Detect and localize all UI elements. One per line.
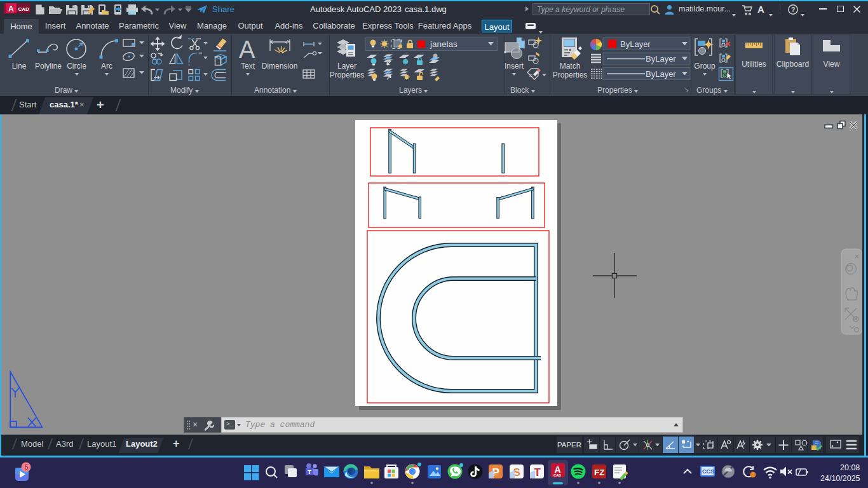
svg-text:T: T xyxy=(308,468,311,475)
svg-text:ByLayer: ByLayer xyxy=(646,54,676,64)
svg-text:ByLayer: ByLayer xyxy=(620,39,651,49)
svg-text:?: ? xyxy=(791,6,795,13)
svg-text:A: A xyxy=(8,4,14,13)
svg-text:20:08: 20:08 xyxy=(840,463,860,472)
svg-text:24/10/2025: 24/10/2025 xyxy=(820,474,860,483)
svg-text:janelas: janelas xyxy=(430,39,458,49)
svg-text:5: 5 xyxy=(25,463,29,471)
svg-text:CAD: CAD xyxy=(18,6,30,12)
svg-text:CAD: CAD xyxy=(553,473,561,477)
svg-text:CCS: CCS xyxy=(702,468,714,475)
svg-text:T: T xyxy=(534,466,541,478)
svg-text:ByLayer: ByLayer xyxy=(646,69,676,79)
svg-text:A: A xyxy=(239,36,255,63)
svg-text:FZ: FZ xyxy=(594,468,605,477)
svg-text:2D: 2D xyxy=(852,270,860,276)
